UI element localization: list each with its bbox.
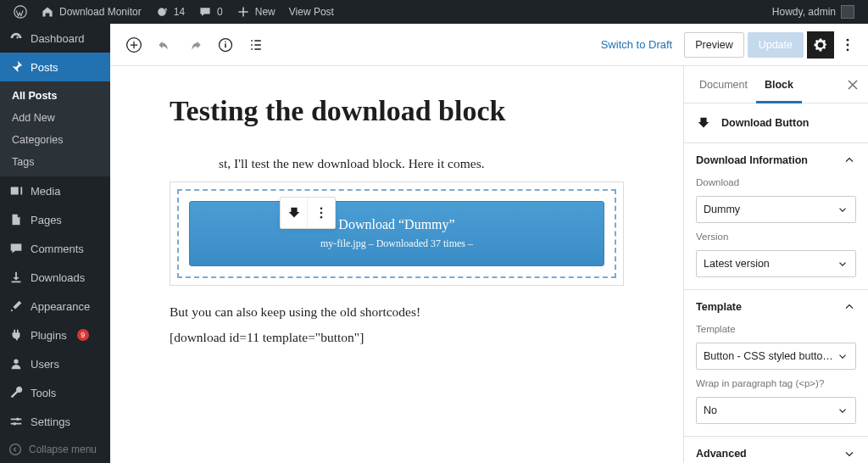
paragraph-block[interactable]: [download id=11 template="button"] (170, 330, 624, 345)
preview-button[interactable]: Preview (684, 32, 743, 58)
block-card: Download Button (684, 103, 868, 142)
download-block-selected[interactable]: Download “Dummy” my-file.jpg – Downloade… (170, 181, 624, 286)
inspector-tabs: Document Block (684, 66, 868, 103)
chevron-down-icon (837, 258, 849, 270)
download-icon (287, 205, 302, 220)
ab-view-post[interactable]: View Post (282, 0, 341, 24)
sidebar-item-label: Posts (31, 61, 58, 74)
collapse-icon (8, 443, 22, 456)
sidebar-item-comments[interactable]: Comments (0, 234, 110, 263)
switch-to-draft-link[interactable]: Switch to Draft (593, 38, 682, 51)
collapse-menu-button[interactable]: Collapse menu (0, 436, 110, 463)
sidebar-subitem[interactable]: All Posts (0, 85, 110, 107)
select-download[interactable]: Dummy (696, 196, 856, 223)
updates-icon (155, 5, 169, 19)
sidebar-item-label: Comments (31, 243, 84, 255)
avatar (841, 5, 854, 19)
download-button-title: Download “Dummy” (198, 217, 595, 232)
sidebar-item-label: Appearance (31, 300, 90, 313)
ab-comments-count: 0 (217, 6, 223, 18)
sidebar-item-appearance[interactable]: Appearance (0, 292, 110, 321)
ab-comments[interactable]: 0 (192, 0, 230, 24)
ab-updates-count: 14 (174, 6, 185, 18)
sidebar-item-pages[interactable]: Pages (0, 205, 110, 234)
admin-sidebar: DashboardPostsAll PostsAdd NewCategories… (0, 24, 110, 463)
comment-icon (198, 5, 212, 19)
chevron-up-icon (843, 300, 856, 314)
sidebar-item-settings[interactable]: Settings (0, 407, 110, 436)
settings-toggle-button[interactable] (807, 31, 834, 59)
sidebar-item-dashboard[interactable]: Dashboard (0, 24, 110, 53)
block-more-button[interactable] (308, 198, 335, 228)
download-button-subtitle: my-file.jpg – Downloaded 37 times – (198, 237, 595, 250)
sidebar-item-plugins[interactable]: Plugins9 (0, 321, 110, 349)
label-template: Template (696, 324, 856, 334)
sidebar-subitem[interactable]: Add New (0, 107, 110, 129)
tab-document[interactable]: Document (691, 66, 756, 103)
sliders-icon (8, 414, 24, 429)
plus-icon (236, 5, 250, 19)
brush-icon (8, 298, 24, 314)
kebab-icon (839, 36, 856, 53)
editor-canvas[interactable]: Testing the download block st, I'll test… (110, 66, 683, 463)
sidebar-item-label: Settings (31, 416, 70, 428)
label-version: Version (696, 232, 856, 242)
select-wrap-p[interactable]: No (696, 397, 856, 424)
sidebar-item-downloads[interactable]: Downloads (0, 263, 110, 292)
more-menu-button[interactable] (837, 36, 858, 53)
wrench-icon (8, 385, 24, 400)
inspector-panel: Document Block Download Button Download … (683, 66, 868, 463)
sidebar-item-label: Media (31, 185, 60, 198)
label-wrap-p: Wrap in paragraph tag (<p>)? (696, 378, 856, 388)
sidebar-subitem[interactable]: Tags (0, 151, 110, 173)
ab-howdy[interactable]: Howdy, admin (765, 0, 861, 24)
panel-template[interactable]: Template (684, 290, 868, 324)
ab-site-name[interactable]: Download Monitor (34, 0, 148, 24)
post-title[interactable]: Testing the download block (170, 95, 624, 127)
download-button-preview: Download “Dummy” my-file.jpg – Downloade… (189, 201, 604, 266)
chevron-down-icon (837, 204, 849, 215)
undo-button[interactable] (151, 31, 178, 59)
page-icon (8, 212, 24, 227)
select-template[interactable]: Button - CSS styled button sho… (696, 343, 856, 370)
sidebar-subitem[interactable]: Categories (0, 129, 110, 151)
plug-icon (8, 327, 24, 343)
label-download: Download (696, 177, 856, 187)
ab-new-label: New (255, 6, 275, 18)
gear-icon (812, 36, 829, 53)
paragraph-block[interactable]: st, I'll test the new download block. He… (170, 156, 624, 171)
block-type-button[interactable] (281, 198, 308, 228)
kebab-icon (314, 205, 329, 220)
paragraph-block[interactable]: But you can also keep using the old shor… (170, 304, 624, 320)
block-navigation-button[interactable] (242, 31, 270, 59)
sidebar-item-tools[interactable]: Tools (0, 378, 110, 407)
panel-advanced[interactable]: Advanced (684, 437, 868, 463)
block-card-title: Download Button (721, 117, 809, 129)
sidebar-item-media[interactable]: Media (0, 176, 110, 205)
home-icon (41, 5, 54, 19)
inspector-close-button[interactable] (844, 76, 861, 93)
dashboard-icon (8, 31, 24, 46)
chevron-down-icon (837, 350, 849, 362)
pin-icon (8, 59, 24, 75)
sidebar-item-users[interactable]: Users (0, 349, 110, 378)
panel-download-information[interactable]: Download Information (684, 143, 868, 177)
sidebar-item-label: Dashboard (31, 32, 85, 45)
content-info-button[interactable] (212, 31, 239, 59)
ab-updates[interactable]: 14 (148, 0, 192, 24)
tab-block[interactable]: Block (756, 66, 802, 103)
sidebar-item-label: Plugins (31, 329, 67, 342)
update-button[interactable]: Update (748, 32, 804, 58)
select-version[interactable]: Latest version (696, 250, 856, 277)
sidebar-item-label: Pages (31, 214, 62, 226)
redo-button[interactable] (181, 31, 209, 59)
block-inserter-button[interactable] (120, 31, 147, 59)
ab-site-title: Download Monitor (59, 6, 142, 18)
user-icon (8, 356, 24, 371)
sidebar-item-label: Downloads (31, 271, 85, 284)
ab-wp-logo[interactable] (7, 0, 34, 24)
editor: Switch to Draft Preview Update Testing t… (110, 24, 868, 463)
editor-toolbar: Switch to Draft Preview Update (110, 24, 868, 66)
ab-new[interactable]: New (230, 0, 282, 24)
sidebar-item-posts[interactable]: Posts (0, 53, 110, 81)
